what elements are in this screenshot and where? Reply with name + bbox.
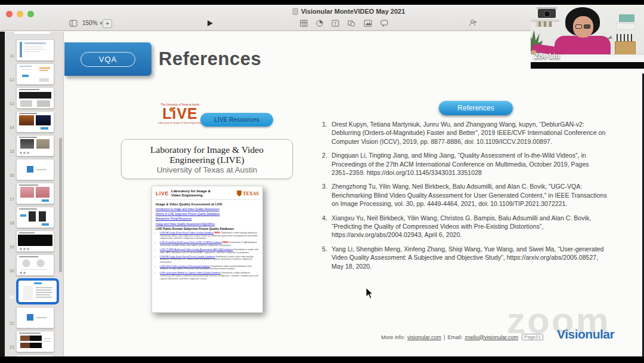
reference-text: Zhengzhong Tu, Yilin Wang, Neil Birkbeck…	[332, 182, 607, 208]
slide-canvas: VQA References The University of Texas a…	[64, 32, 644, 356]
speaker-glasses	[575, 24, 582, 29]
slide-thumbnail-15[interactable]	[16, 135, 54, 156]
webcam-letterbox	[531, 62, 644, 69]
slide-thumbnail-17[interactable]	[16, 183, 54, 204]
mouse-cursor	[366, 287, 374, 302]
slide-row: 17	[5, 180, 63, 204]
slide-thumbnail-wrap	[16, 63, 54, 85]
webcam-tile: ✂ Zoe Liu	[531, 5, 644, 69]
slide-art	[17, 40, 54, 60]
vintage-camera	[538, 9, 556, 18]
page-number-badge: Page21	[522, 334, 543, 340]
close-button[interactable]	[6, 11, 13, 17]
participant-name-label: Zoe Liu	[534, 52, 560, 60]
website-database-item: LIVE-WILD Video Quality of Streaming Dat…	[160, 265, 259, 270]
shelf	[531, 19, 559, 21]
slide-thumbnail-wrap	[16, 254, 54, 276]
slide-row: 23	[5, 328, 63, 352]
slide-thumbnail-23[interactable]	[16, 331, 54, 352]
slide-number: 13	[6, 101, 14, 106]
slide-number: 20	[6, 268, 14, 273]
website-link: History of LIVE Subjective Picture Quali…	[156, 213, 259, 216]
slide-row: 20	[5, 252, 63, 276]
vqa-tag-label: VQA	[80, 52, 135, 67]
slide-art	[17, 88, 54, 108]
slide-row: 13	[5, 85, 63, 109]
zoom-dropdown[interactable]: 150%∨	[82, 20, 103, 26]
reference-item: 1.Orest Kupyn, Tetiana Martyniuk, Junru …	[322, 120, 607, 146]
desk-caddy	[615, 41, 636, 55]
reference-item: 4.Xiangxu Yu, Neil Birkbeck, Yilin Wang,…	[322, 214, 607, 239]
collaborate-icon[interactable]	[469, 19, 477, 27]
slide-art	[17, 64, 54, 84]
sidebar-scrollbar[interactable]	[59, 138, 62, 272]
reference-text: Orest Kupyn, Tetiana Martyniuk, Junru Wu…	[332, 120, 607, 146]
add-slide-button[interactable]: +	[103, 19, 112, 28]
text-box-icon[interactable]: T	[332, 20, 339, 27]
website-database-item: LIVE-YT-HFR Audio and Video Quality Asse…	[160, 248, 259, 254]
visionular-logo: Visionular	[557, 327, 614, 342]
slide-footer: More info: visionular.com | Email: zoeli…	[381, 334, 543, 340]
slide-list: 1112131415161718192021222324	[5, 37, 63, 356]
fullscreen-button[interactable]	[27, 11, 34, 17]
slide-thumbnail-wrap	[16, 230, 54, 252]
chart-icon[interactable]	[316, 20, 323, 27]
slide-thumbnail-18[interactable]	[16, 207, 54, 228]
left-frame-edge	[0, 32, 5, 356]
comment-icon[interactable]	[380, 20, 388, 27]
slide-number: 15	[6, 149, 14, 154]
slide-thumbnail-wrap	[16, 207, 54, 228]
slide-row: 22	[5, 304, 63, 328]
slide-art	[17, 136, 54, 156]
live-resources-button: LIVE Resources	[200, 113, 273, 127]
traffic-lights	[6, 11, 34, 17]
site-link[interactable]: visionular.com	[407, 334, 441, 340]
slide-thumbnail-wrap	[16, 183, 54, 204]
slide-number: 12	[6, 77, 14, 82]
minimize-button[interactable]	[17, 11, 23, 17]
slide-art	[17, 159, 54, 180]
references-pill-button: References	[439, 101, 513, 115]
reference-item: 3.Zhengzhong Tu, Yilin Wang, Neil Birkbe…	[322, 182, 607, 208]
shape-icon[interactable]	[348, 20, 355, 27]
slide-title: References	[159, 48, 261, 70]
slide-row: 16	[5, 156, 63, 180]
slide-thumbnail-14[interactable]	[16, 111, 54, 133]
slide-thumbnail-partial-top[interactable]	[13, 32, 51, 35]
slide-thumbnail-wrap	[16, 39, 54, 61]
slide-row: 14	[5, 109, 63, 133]
slide-thumbnail-wrap	[16, 111, 54, 133]
slide-art	[17, 183, 54, 204]
slide-number: 23	[6, 344, 14, 350]
email-link[interactable]: zoeliu@visionular.com	[465, 334, 518, 340]
reference-number: 4.	[322, 214, 332, 239]
slide-thumbnail-12[interactable]	[16, 63, 54, 85]
slide-thumbnail-11[interactable]	[16, 39, 54, 61]
references-list: 1.Orest Kupyn, Tetiana Martyniuk, Junru …	[322, 120, 607, 276]
insert-icons: T	[300, 20, 388, 27]
slide-thumbnail-20[interactable]	[16, 254, 54, 276]
reference-number: 3.	[322, 182, 332, 208]
slide-thumbnail-wrap	[16, 307, 54, 328]
table-icon[interactable]	[300, 20, 308, 27]
play-button[interactable]	[206, 20, 213, 27]
website-link: Researcher Portal Resources	[156, 217, 259, 220]
slide-thumbnail-16[interactable]	[16, 159, 54, 180]
slide-number: 17	[6, 196, 14, 202]
slide-thumbnail-19[interactable]	[16, 230, 54, 252]
media-icon[interactable]	[364, 20, 372, 27]
slide-thumbnail-21[interactable]	[18, 281, 57, 302]
teal-box	[619, 14, 634, 22]
slide-thumbnail-wrap	[16, 278, 59, 304]
slide-number: 21	[6, 294, 14, 300]
slide-thumbnail-22[interactable]	[16, 307, 54, 328]
slide-number: 14	[6, 125, 14, 130]
reference-text: Xiangxu Yu, Neil Birkbeck, Yilin Wang, C…	[332, 214, 607, 239]
screen: Visionular MonteVIDEO May 2021 150%∨ +	[0, 0, 644, 363]
slide-thumbnail-13[interactable]	[16, 87, 54, 109]
keynote-window: Visionular MonteVIDEO May 2021 150%∨ +	[0, 5, 644, 356]
website-link: Introduction to Image and Video Quality …	[156, 208, 259, 211]
sidebar-view-icon[interactable]	[69, 20, 78, 27]
live-website-screenshot: LiVE Laboratory for Image & Video Engine…	[151, 186, 263, 313]
window-content: 1112131415161718192021222324 VQA Referen…	[0, 32, 644, 356]
